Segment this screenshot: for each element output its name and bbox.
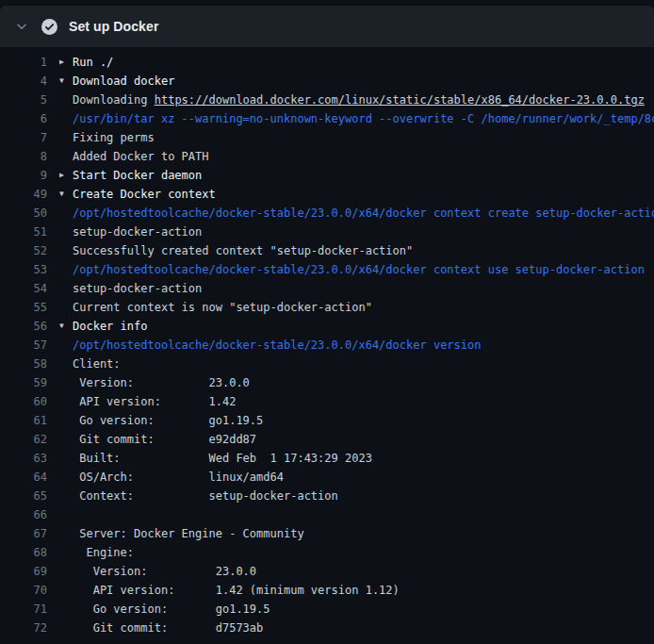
log-line: 67 Server: Docker Engine - Community — [0, 524, 654, 543]
log-text: Context: setup-docker-action — [73, 487, 338, 505]
log-line: 68 Engine: — [0, 543, 654, 562]
log-text: Go version: go1.19.5 — [73, 411, 263, 430]
step-header[interactable]: Set up Docker — [0, 6, 654, 47]
line-number[interactable]: 71 — [0, 600, 47, 619]
log-line: 59 Version: 23.0.0 — [0, 373, 654, 392]
line-number[interactable]: 4 — [0, 72, 47, 91]
line-number[interactable]: 53 — [0, 260, 47, 279]
log-line: 58Client: — [0, 355, 654, 373]
line-number[interactable]: 63 — [0, 449, 47, 468]
log-line: 65 Context: setup-docker-action — [0, 487, 654, 505]
chevron-down-icon[interactable] — [13, 18, 30, 35]
log-line: 50/opt/hostedtoolcache/docker-stable/23.… — [0, 204, 654, 223]
log-line: 51setup-docker-action — [0, 223, 654, 241]
log-text: Client: — [73, 355, 121, 373]
triangle-right-icon[interactable]: ▶ — [59, 166, 73, 185]
log-line: 52Successfully created context "setup-do… — [0, 241, 654, 260]
log-text: Current context is now "setup-docker-act… — [73, 298, 372, 317]
log-line: 61 Go version: go1.19.5 — [0, 411, 654, 430]
log-group-header[interactable]: 1▶Run ./ — [0, 53, 654, 72]
log-text: Go version: go1.19.5 — [73, 600, 270, 619]
log-line: 66 — [0, 505, 654, 524]
line-number[interactable]: 59 — [0, 373, 47, 392]
line-number[interactable]: 61 — [0, 411, 47, 430]
line-number[interactable]: 6 — [0, 109, 47, 128]
line-number[interactable]: 69 — [0, 562, 47, 581]
log-line: 57/opt/hostedtoolcache/docker-stable/23.… — [0, 336, 654, 355]
line-number[interactable]: 7 — [0, 128, 47, 147]
line-number[interactable]: 51 — [0, 223, 47, 241]
line-number[interactable]: 64 — [0, 468, 47, 487]
log-text: Fixing perms — [73, 128, 155, 147]
log-group-header[interactable]: 56▼Docker info — [0, 317, 654, 336]
log-text: API version: 1.42 — [73, 392, 236, 411]
line-number[interactable]: 52 — [0, 241, 47, 260]
line-number[interactable]: 50 — [0, 204, 47, 223]
command-text: /opt/hostedtoolcache/docker-stable/23.0.… — [73, 204, 654, 223]
log-group-header[interactable]: 9▶Start Docker daemon — [0, 166, 654, 185]
line-number[interactable]: 72 — [0, 619, 47, 637]
triangle-right-icon[interactable]: ▶ — [59, 53, 73, 72]
log-text: Added Docker to PATH — [73, 147, 209, 166]
command-text: /opt/hostedtoolcache/docker-stable/23.0.… — [73, 260, 645, 279]
log-text: Version: 23.0.0 — [73, 562, 256, 581]
line-number[interactable]: 56 — [0, 317, 47, 336]
triangle-down-icon[interactable]: ▼ — [59, 185, 73, 204]
log-text: setup-docker-action — [73, 223, 202, 241]
log-text: Engine: — [73, 543, 134, 562]
line-number[interactable]: 5 — [0, 91, 47, 109]
line-number[interactable]: 8 — [0, 147, 47, 166]
log-line: 71 Go version: go1.19.5 — [0, 600, 654, 619]
line-number[interactable]: 60 — [0, 392, 47, 411]
log-text: OS/Arch: linux/amd64 — [73, 468, 284, 487]
log-text: setup-docker-action — [73, 279, 202, 298]
command-text: /opt/hostedtoolcache/docker-stable/23.0.… — [73, 336, 481, 355]
line-number[interactable]: 68 — [0, 543, 47, 562]
log-line: 7Fixing perms — [0, 128, 654, 147]
log-line: 60 API version: 1.42 — [0, 392, 654, 411]
download-url-link[interactable]: https://download.docker.com/linux/static… — [155, 93, 645, 107]
triangle-down-icon[interactable]: ▼ — [59, 317, 73, 336]
log-text: Successfully created context "setup-dock… — [73, 241, 413, 260]
line-number[interactable]: 55 — [0, 298, 47, 317]
log-line: 54setup-docker-action — [0, 279, 654, 298]
triangle-down-icon[interactable]: ▼ — [59, 72, 73, 91]
line-number[interactable]: 62 — [0, 430, 47, 449]
line-number[interactable]: 9 — [0, 166, 47, 185]
log-group-header[interactable]: 49▼Create Docker context — [0, 185, 654, 204]
log-line: 69 Version: 23.0.0 — [0, 562, 654, 581]
log-text-prefix: Downloading — [73, 93, 155, 107]
log-text: Downloading https://download.docker.com/… — [73, 91, 645, 109]
line-number[interactable]: 1 — [0, 53, 47, 72]
line-number[interactable]: 58 — [0, 355, 47, 373]
log-text: Built: Wed Feb 1 17:43:29 2023 — [73, 449, 372, 468]
line-number[interactable]: 67 — [0, 524, 47, 543]
log-text: Server: Docker Engine - Community — [73, 524, 304, 543]
log-text: Download docker — [73, 72, 174, 91]
check-circle-icon — [41, 19, 57, 35]
log-line: 53/opt/hostedtoolcache/docker-stable/23.… — [0, 260, 654, 279]
line-number[interactable]: 66 — [0, 505, 47, 524]
log-line: 5Downloading https://download.docker.com… — [0, 91, 654, 109]
log-line: 55Current context is now "setup-docker-a… — [0, 298, 654, 317]
log-line: 62 Git commit: e92dd87 — [0, 430, 654, 449]
line-number[interactable]: 57 — [0, 336, 47, 355]
log-text: Docker info — [73, 317, 147, 336]
line-number[interactable]: 49 — [0, 185, 47, 204]
line-number[interactable]: 70 — [0, 581, 47, 600]
log-line: 70 API version: 1.42 (minimum version 1.… — [0, 581, 654, 600]
step-title: Set up Docker — [69, 19, 158, 34]
log-line: 8Added Docker to PATH — [0, 147, 654, 166]
log-text: API version: 1.42 (minimum version 1.12) — [73, 581, 400, 600]
line-number[interactable]: 65 — [0, 487, 47, 505]
command-text: /usr/bin/tar xz --warning=no-unknown-key… — [73, 109, 654, 128]
log-line: 6/usr/bin/tar xz --warning=no-unknown-ke… — [0, 109, 654, 128]
log-text: Git commit: d7573ab — [73, 619, 263, 637]
log-line: 64 OS/Arch: linux/amd64 — [0, 468, 654, 487]
log-line: 72 Git commit: d7573ab — [0, 619, 654, 637]
log-group-header[interactable]: 4▼Download docker — [0, 72, 654, 91]
log-text: Version: 23.0.0 — [73, 373, 250, 392]
log-text: Start Docker daemon — [73, 166, 202, 185]
log-line: 63 Built: Wed Feb 1 17:43:29 2023 — [0, 449, 654, 468]
line-number[interactable]: 54 — [0, 279, 47, 298]
